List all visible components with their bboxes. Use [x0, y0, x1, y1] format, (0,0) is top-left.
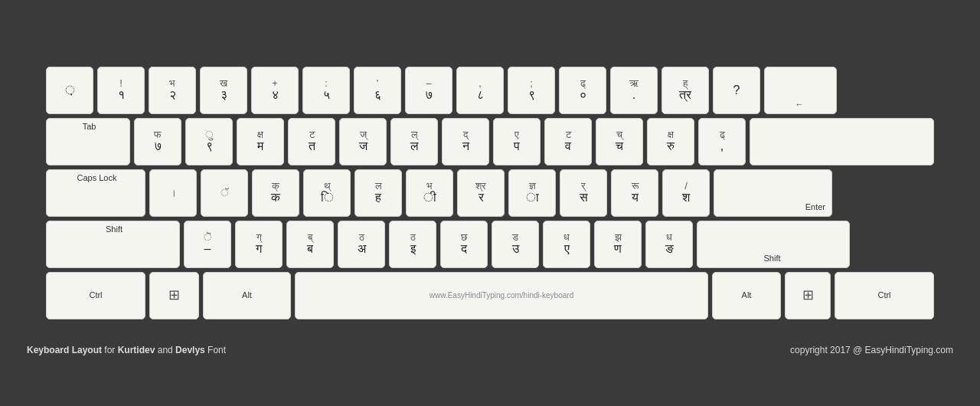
- left-win-key[interactable]: ⊞: [149, 272, 199, 319]
- key-a[interactable]: ।: [149, 169, 197, 217]
- enter-top: [750, 118, 934, 165]
- key-t[interactable]: ज् ज: [339, 118, 387, 165]
- footer-left-text: Keyboard Layout for Kurtidev and Devlys …: [27, 345, 226, 355]
- key-comma[interactable]: ध ए: [543, 221, 590, 268]
- key-x[interactable]: ग् ग: [235, 221, 283, 268]
- key-7[interactable]: – ७: [405, 67, 452, 114]
- key-8[interactable]: , ८: [456, 67, 504, 114]
- right-ctrl-key[interactable]: Ctrl: [835, 272, 934, 319]
- key-semicolon[interactable]: रू य: [611, 169, 658, 217]
- enter-key[interactable]: Enter: [714, 169, 832, 217]
- backspace-key[interactable]: ←: [764, 67, 837, 114]
- key-6[interactable]: ' ६: [354, 67, 401, 114]
- key-9[interactable]: ; ९: [508, 67, 555, 114]
- tab-key[interactable]: Tab: [46, 118, 130, 165]
- key-minus[interactable]: ऋ .: [610, 67, 658, 114]
- key-u[interactable]: द् न: [442, 118, 489, 165]
- key-5[interactable]: : ५: [302, 67, 350, 114]
- row-1: ़ ! १ भ २ ख ३ + ४ : ५ ' ६ – ७: [46, 67, 934, 114]
- key-quote[interactable]: / श: [662, 169, 710, 217]
- key-backtick[interactable]: ़: [46, 67, 93, 114]
- space-key[interactable]: www.EasyHindiTyping.com/hindi-keyboard: [295, 272, 708, 319]
- key-1[interactable]: ! १: [97, 67, 145, 114]
- key-slash[interactable]: ध ङ: [645, 221, 693, 268]
- right-shift-key[interactable]: Shift: [697, 221, 850, 268]
- footer: Keyboard Layout for Kurtidev and Devlys …: [23, 345, 957, 355]
- key-n[interactable]: छ द: [440, 221, 488, 268]
- key-m[interactable]: ड उ: [492, 221, 539, 268]
- footer-right-text: copyright 2017 @ EasyHindiTyping.com: [790, 345, 953, 355]
- key-q[interactable]: फ ७: [134, 118, 181, 165]
- key-open-bracket[interactable]: क्ष रु: [647, 118, 694, 165]
- key-g[interactable]: ल ह: [354, 169, 402, 217]
- key-z[interactable]: ॆ –: [184, 221, 231, 268]
- right-win-key[interactable]: ⊞: [785, 272, 831, 319]
- key-f[interactable]: थ् ि: [303, 169, 351, 217]
- key-j[interactable]: श्र र: [457, 169, 505, 217]
- key-0[interactable]: ढ् ०: [559, 67, 606, 114]
- key-close-bracket[interactable]: ढ् ,: [698, 118, 746, 165]
- key-b[interactable]: ठ इ: [389, 221, 436, 268]
- key-p[interactable]: च् च: [596, 118, 643, 165]
- key-r[interactable]: ट त: [288, 118, 335, 165]
- key-bracket[interactable]: ?: [713, 67, 760, 114]
- windows-icon-right: ⊞: [802, 287, 814, 304]
- key-h[interactable]: भ ी: [406, 169, 453, 217]
- key-w[interactable]: ु ९: [185, 118, 233, 165]
- key-3[interactable]: ख ३: [200, 67, 247, 114]
- key-s[interactable]: ॅ: [201, 169, 248, 217]
- key-i[interactable]: ए प: [493, 118, 541, 165]
- left-ctrl-key[interactable]: Ctrl: [46, 272, 145, 319]
- key-period[interactable]: झ ण: [594, 221, 642, 268]
- row-2: Tab फ ७ ु ९ क्ष म ट त ज् ज ल् ल द् न: [46, 118, 934, 165]
- caps-lock-key[interactable]: Caps Lock: [46, 169, 145, 217]
- key-e[interactable]: क्ष म: [237, 118, 284, 165]
- keyboard-container: ़ ! १ भ २ ख ३ + ४ : ५ ' ६ – ७: [23, 51, 957, 339]
- key-v[interactable]: ठ अ: [338, 221, 385, 268]
- windows-icon: ⊞: [168, 287, 180, 304]
- key-c[interactable]: ब् ब: [286, 221, 334, 268]
- key-k[interactable]: ज्ञ ा: [508, 169, 556, 217]
- row-5: Ctrl ⊞ Alt www.EasyHindiTyping.com/hindi…: [46, 272, 934, 319]
- key-2[interactable]: भ २: [149, 67, 196, 114]
- key-l[interactable]: र् स: [560, 169, 607, 217]
- key-4[interactable]: + ४: [251, 67, 299, 114]
- key-y[interactable]: ल् ल: [390, 118, 438, 165]
- row-4: Shift ॆ – ग् ग ब् ब ठ अ ठ इ छ द ड उ: [46, 221, 934, 268]
- right-alt-key[interactable]: Alt: [712, 272, 781, 319]
- left-shift-key[interactable]: Shift: [46, 221, 180, 268]
- key-equals[interactable]: ह् त्र: [662, 67, 709, 114]
- left-alt-key[interactable]: Alt: [203, 272, 291, 319]
- row-3: Caps Lock । ॅ क् क थ् ि ल ह भ ी श्र र: [46, 169, 934, 217]
- key-d[interactable]: क् क: [252, 169, 299, 217]
- key-o[interactable]: ट व: [544, 118, 592, 165]
